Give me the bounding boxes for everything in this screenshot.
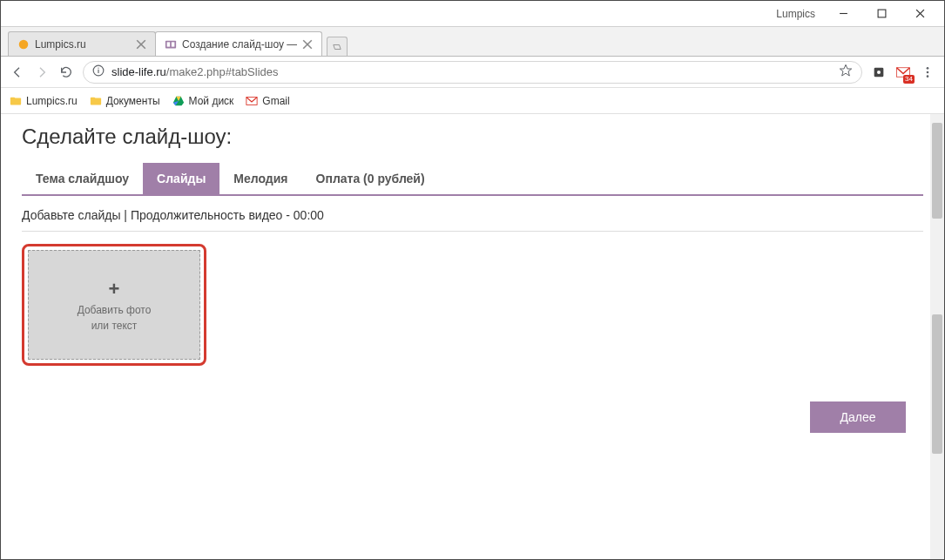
svg-point-4 (19, 39, 29, 49)
reload-button[interactable] (58, 64, 74, 80)
svg-rect-22 (10, 97, 15, 99)
gmail-badge: 34 (903, 75, 915, 84)
address-bar: slide-life.ru/make2.php#tabSlides 34 (1, 57, 944, 88)
plus-icon: + (109, 278, 120, 300)
minimize-button[interactable] (824, 2, 862, 26)
globe-icon (17, 38, 30, 51)
gmail-icon[interactable]: 34 (895, 64, 911, 80)
key-icon[interactable] (871, 64, 887, 80)
bookmark-star-icon[interactable] (839, 64, 853, 81)
folder-icon (90, 95, 102, 107)
svg-point-19 (927, 71, 929, 73)
info-icon[interactable] (92, 64, 105, 80)
browser-tab-lumpics[interactable]: Lumpics.ru (8, 31, 156, 56)
scroll-thumb-bottom[interactable] (932, 314, 942, 454)
add-slide-highlight: + Добавить фото или текст (22, 244, 206, 366)
scroll-thumb-top[interactable] (932, 123, 942, 219)
bookmark-documents[interactable]: Документы (90, 95, 160, 107)
content-area: Сделайте слайд-шоу: Тема слайдшоу Слайды… (1, 114, 944, 559)
close-icon[interactable] (136, 39, 146, 50)
next-button[interactable]: Далее (810, 401, 906, 433)
vertical-scrollbar[interactable] (930, 114, 944, 559)
bookmark-gmail[interactable]: Gmail (246, 95, 289, 107)
close-icon[interactable] (302, 39, 313, 50)
close-button[interactable] (901, 2, 939, 26)
svg-point-16 (877, 71, 881, 74)
svg-point-14 (98, 67, 98, 68)
bookmark-drive[interactable]: Мой диск (172, 95, 234, 107)
browser-tabstrip: Lumpics.ru Создание слайд-шоу — (1, 27, 944, 57)
gmail-icon (246, 95, 258, 107)
bookmarks-bar: Lumpics.ru Документы Мой диск Gmail (1, 88, 944, 114)
svg-point-20 (927, 75, 929, 78)
bookmark-label: Документы (106, 95, 160, 107)
toolbar-right-icons: 34 (871, 64, 935, 80)
page-tabs: Тема слайдшоу Слайды Мелодия Оплата (0 р… (22, 163, 923, 196)
tab-melody[interactable]: Мелодия (219, 163, 301, 194)
browser-tab-title: Создание слайд-шоу — (182, 38, 297, 51)
bookmark-lumpics[interactable]: Lumpics.ru (10, 95, 78, 107)
browser-tab-slideshow[interactable]: Создание слайд-шоу — (155, 31, 322, 56)
bookmark-label: Lumpics.ru (26, 95, 78, 107)
svg-rect-9 (172, 42, 175, 46)
maximize-button[interactable] (862, 2, 901, 26)
svg-rect-1 (878, 10, 886, 17)
window-title: Lumpics (776, 8, 815, 20)
page-heading: Сделайте слайд-шоу: (22, 125, 923, 149)
add-slide-button[interactable]: + Добавить фото или текст (28, 250, 200, 360)
tab-payment[interactable]: Оплата (0 рублей) (302, 163, 439, 194)
url-text: slide-life.ru/make2.php#tabSlides (111, 65, 832, 78)
bookmark-label: Gmail (262, 95, 289, 107)
svg-rect-24 (91, 97, 95, 99)
tab-slides[interactable]: Слайды (143, 163, 219, 194)
add-slide-label-1: Добавить фото (78, 304, 152, 316)
browser-tab-title: Lumpics.ru (35, 38, 131, 51)
new-tab-button[interactable] (327, 37, 348, 56)
forward-button[interactable] (34, 64, 50, 80)
bookmark-label: Мой диск (189, 95, 234, 107)
app-icon (165, 38, 177, 51)
back-button[interactable] (10, 64, 25, 80)
window-titlebar: Lumpics (1, 1, 944, 27)
browser-window: Lumpics Lumpics.ru Создание слайд-шоу — (0, 0, 945, 560)
page-content: Сделайте слайд-шоу: Тема слайдшоу Слайды… (1, 114, 944, 559)
url-field[interactable]: slide-life.ru/make2.php#tabSlides (83, 61, 862, 84)
add-slide-label-2: или текст (91, 320, 138, 332)
svg-point-18 (927, 67, 929, 70)
slides-subheading: Добавьте слайды | Продолжительность виде… (22, 208, 923, 222)
divider (22, 231, 923, 232)
folder-icon (10, 95, 22, 107)
drive-icon (172, 95, 185, 107)
tab-theme[interactable]: Тема слайдшоу (22, 163, 143, 194)
menu-icon[interactable] (920, 64, 935, 80)
svg-rect-8 (167, 42, 171, 46)
